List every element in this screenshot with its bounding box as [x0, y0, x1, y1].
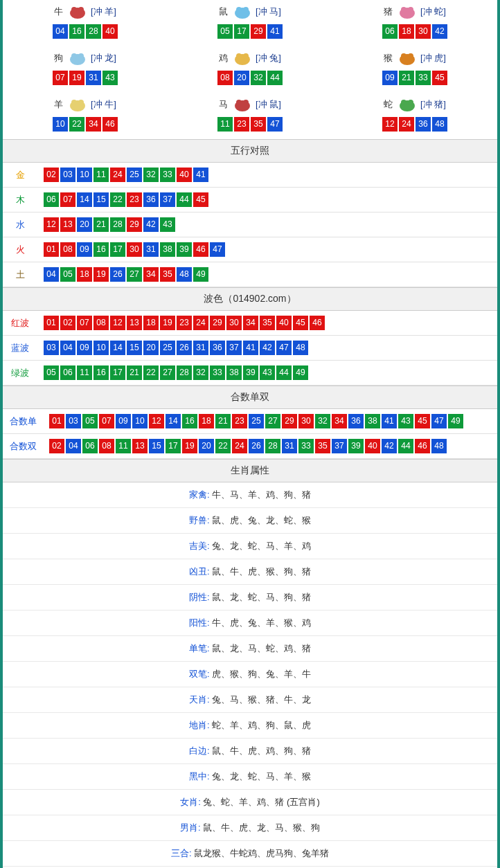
number-ball: 28 — [177, 365, 192, 380]
zodiac-numbers: 12243648 — [332, 116, 497, 132]
number-ball: 12 — [149, 414, 164, 428]
number-ball: 35 — [160, 267, 175, 282]
number-ball: 22 — [69, 117, 84, 132]
zodiac-icon — [231, 97, 254, 112]
number-ball: 29 — [210, 316, 225, 330]
number-ball: 22 — [215, 439, 231, 453]
number-ball: 13 — [132, 439, 148, 453]
number-ball: 07 — [53, 71, 68, 85]
number-ball: 37 — [226, 341, 242, 355]
zodiac-icon — [66, 97, 89, 112]
number-ball: 16 — [93, 365, 109, 380]
attr-row: 阴性: 鼠、龙、蛇、马、狗、猪 — [3, 585, 497, 611]
attr-row: 三合: 鼠龙猴、牛蛇鸡、虎马狗、兔羊猪 — [3, 841, 497, 867]
number-ball: 14 — [166, 414, 181, 428]
attr-val: 鼠、牛、虎、鸡、狗、猪 — [210, 745, 312, 756]
zodiac-icon — [231, 51, 254, 66]
number-ball: 10 — [132, 414, 148, 428]
number-ball: 24 — [399, 117, 414, 132]
attr-val: 兔、龙、蛇、马、羊、鸡 — [210, 541, 312, 551]
svg-point-16 — [401, 53, 407, 59]
number-ball: 47 — [431, 414, 447, 428]
zodiac-numbers: 11233547 — [168, 116, 332, 132]
number-ball: 20 — [234, 71, 249, 85]
number-ball: 29 — [127, 217, 142, 232]
number-ball: 47 — [276, 341, 292, 355]
number-ball: 43 — [260, 365, 275, 380]
attr-key: 单笔: — [189, 643, 210, 653]
zodiac-icon — [66, 4, 89, 19]
attr-key: 野兽: — [189, 515, 210, 525]
zodiac-cell: 猴[冲 虎]09213345 — [332, 46, 497, 93]
number-ball: 06 — [44, 192, 59, 207]
number-ball: 30 — [416, 24, 431, 39]
bose-numbers: 0102070812131819232429303435404546 — [37, 311, 497, 336]
number-ball: 27 — [160, 365, 175, 380]
wuxing-table: 金02031011242532334041木060714152223363744… — [3, 163, 497, 287]
number-ball: 43 — [160, 217, 175, 232]
number-ball: 31 — [86, 71, 101, 85]
number-ball: 32 — [193, 365, 208, 380]
number-ball: 05 — [60, 267, 75, 282]
zodiac-title: 鸡[冲 兔] — [219, 51, 281, 66]
number-ball: 11 — [77, 365, 92, 380]
number-ball: 18 — [199, 414, 214, 428]
bose-numbers: 03040910141520252631363741424748 — [37, 336, 497, 361]
number-ball: 39 — [348, 439, 364, 453]
table-row: 火0108091617303138394647 — [3, 237, 497, 262]
number-ball: 48 — [293, 341, 308, 355]
zodiac-name: 鼠 — [219, 6, 228, 18]
number-ball: 25 — [160, 341, 175, 355]
table-row: 水1213202128294243 — [3, 213, 497, 237]
number-ball: 23 — [127, 192, 142, 207]
wuxing-label: 金 — [3, 163, 37, 188]
number-ball: 34 — [243, 316, 258, 330]
zodiac-conflict: [冲 蛇] — [420, 6, 446, 18]
attr-row: 阳性: 牛、虎、兔、羊、猴、鸡 — [3, 611, 497, 636]
number-ball: 08 — [99, 439, 114, 453]
svg-point-20 — [78, 100, 84, 105]
attr-key: 地肖: — [189, 720, 210, 730]
number-ball: 36 — [416, 117, 431, 132]
number-ball: 20 — [77, 217, 92, 232]
number-ball: 30 — [298, 414, 314, 428]
number-ball: 49 — [448, 414, 463, 428]
attr-key: 家禽: — [189, 489, 210, 500]
svg-point-13 — [236, 53, 242, 59]
svg-point-5 — [243, 7, 249, 12]
zodiac-conflict: [冲 兔] — [256, 52, 281, 64]
number-ball: 22 — [143, 365, 159, 380]
number-ball: 42 — [432, 24, 447, 39]
wuxing-numbers: 02031011242532334041 — [37, 163, 497, 188]
zodiac-conflict: [冲 鼠] — [256, 98, 281, 111]
svg-point-10 — [71, 53, 77, 59]
attr-val: 虎、猴、狗、兔、羊、牛 — [210, 669, 312, 679]
svg-point-26 — [408, 100, 413, 105]
number-ball: 23 — [232, 414, 247, 428]
number-ball: 13 — [127, 316, 142, 330]
number-ball: 14 — [77, 192, 92, 207]
page-wrapper: { "zodiac": [ { "name": "牛", "conflict":… — [0, 0, 500, 868]
zodiac-cell: 鼠[冲 马]05172941 — [168, 0, 332, 46]
attr-key: 黑中: — [189, 771, 210, 781]
attr-key: 三合: — [171, 848, 192, 858]
number-ball: 31 — [282, 439, 297, 453]
number-ball: 17 — [110, 242, 125, 257]
number-ball: 30 — [127, 242, 142, 257]
svg-point-1 — [71, 7, 77, 12]
number-ball: 27 — [265, 414, 280, 428]
number-ball: 24 — [110, 168, 125, 182]
number-ball: 36 — [143, 192, 159, 207]
number-ball: 48 — [431, 439, 447, 453]
number-ball: 19 — [69, 71, 84, 85]
zodiac-cell: 牛[冲 羊]04162840 — [3, 0, 168, 46]
number-ball: 44 — [267, 71, 283, 85]
zodiac-icon — [395, 97, 419, 112]
number-ball: 02 — [60, 316, 75, 330]
attr-row: 单笔: 鼠、龙、马、蛇、鸡、猪 — [3, 636, 497, 662]
table-row: 合数双0204060811131517192022242628313335373… — [3, 434, 497, 459]
number-ball: 38 — [226, 365, 242, 380]
number-ball: 02 — [44, 168, 59, 182]
number-ball: 28 — [110, 217, 125, 232]
number-ball: 08 — [93, 316, 109, 330]
